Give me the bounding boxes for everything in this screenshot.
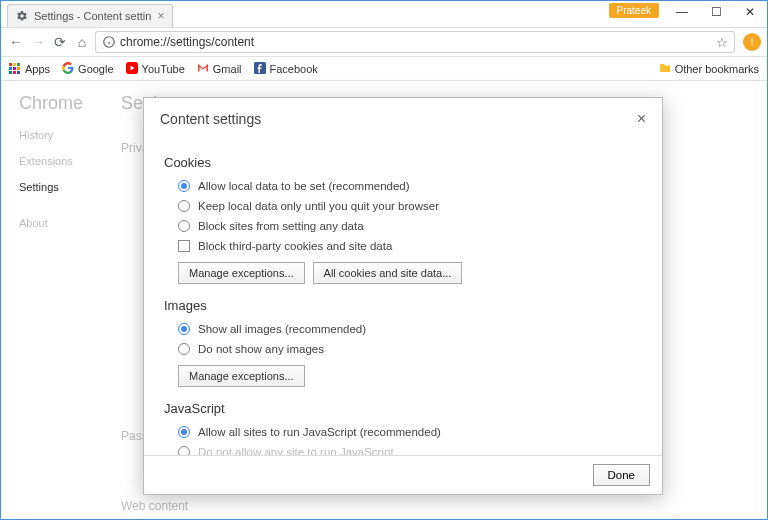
option-label: Do not show any images xyxy=(198,343,324,355)
bookmark-star-icon[interactable]: ☆ xyxy=(716,35,728,50)
dialog-body[interactable]: Cookies Allow local data to be set (reco… xyxy=(144,137,662,455)
option-label: Block sites from setting any data xyxy=(198,220,364,232)
images-section-title: Images xyxy=(164,298,642,313)
browser-tab[interactable]: Settings - Content settin × xyxy=(7,4,173,27)
radio-icon xyxy=(178,200,190,212)
bookmark-gmail[interactable]: Gmail xyxy=(197,62,242,76)
reload-button[interactable]: ⟳ xyxy=(51,33,69,51)
sidebar-item-about[interactable]: About xyxy=(19,217,73,229)
cookies-section-title: Cookies xyxy=(164,155,642,170)
images-block-option[interactable]: Do not show any images xyxy=(178,343,642,355)
maximize-button[interactable]: ☐ xyxy=(699,1,733,23)
folder-icon xyxy=(659,62,671,76)
apps-grid-icon xyxy=(9,63,21,75)
sidebar-item-history[interactable]: History xyxy=(19,129,73,141)
javascript-allow-option[interactable]: Allow all sites to run JavaScript (recom… xyxy=(178,426,642,438)
info-icon xyxy=(102,35,116,49)
radio-icon xyxy=(178,446,190,455)
option-label: Block third-party cookies and site data xyxy=(198,240,392,252)
chrome-heading: Chrome xyxy=(19,93,83,114)
images-show-all-option[interactable]: Show all images (recommended) xyxy=(178,323,642,335)
bookmark-label: Google xyxy=(78,63,113,75)
gear-icon xyxy=(16,10,28,22)
sidebar-item-settings[interactable]: Settings xyxy=(19,181,73,193)
radio-icon xyxy=(178,323,190,335)
all-cookies-button[interactable]: All cookies and site data... xyxy=(313,262,463,284)
radio-icon xyxy=(178,426,190,438)
option-label: Do not allow any site to run JavaScript xyxy=(198,446,394,455)
close-icon[interactable]: × xyxy=(157,9,164,23)
bookmark-label: Facebook xyxy=(270,63,318,75)
bookmark-label: Other bookmarks xyxy=(675,63,759,75)
cookies-block-third-party-checkbox[interactable]: Block third-party cookies and site data xyxy=(178,240,642,252)
apps-shortcut[interactable]: Apps xyxy=(9,63,50,75)
address-bar[interactable]: chrome://settings/content ☆ xyxy=(95,31,735,53)
apps-label: Apps xyxy=(25,63,50,75)
bookmark-label: Gmail xyxy=(213,63,242,75)
tab-title: Settings - Content settin xyxy=(34,10,151,22)
alert-badge-icon[interactable]: ! xyxy=(743,33,761,51)
browser-toolbar: ← → ⟳ ⌂ chrome://settings/content ☆ ! xyxy=(1,27,767,57)
sidebar-item-extensions[interactable]: Extensions xyxy=(19,155,73,167)
radio-icon xyxy=(178,220,190,232)
cookies-manage-exceptions-button[interactable]: Manage exceptions... xyxy=(178,262,305,284)
web-content-section-label: Web content xyxy=(121,499,188,513)
bookmark-youtube[interactable]: YouTube xyxy=(126,62,185,76)
window-titlebar: Settings - Content settin × Prateek — ☐ … xyxy=(1,1,767,27)
back-button[interactable]: ← xyxy=(7,33,25,51)
done-button[interactable]: Done xyxy=(593,464,651,486)
javascript-section-title: JavaScript xyxy=(164,401,642,416)
dialog-close-button[interactable]: × xyxy=(637,110,646,128)
radio-icon xyxy=(178,180,190,192)
cookies-keep-until-quit-option[interactable]: Keep local data only until you quit your… xyxy=(178,200,642,212)
google-icon xyxy=(62,62,74,76)
radio-icon xyxy=(178,343,190,355)
minimize-button[interactable]: — xyxy=(665,1,699,23)
option-label: Allow local data to be set (recommended) xyxy=(198,180,410,192)
forward-button[interactable]: → xyxy=(29,33,47,51)
close-window-button[interactable]: ✕ xyxy=(733,1,767,23)
javascript-block-option[interactable]: Do not allow any site to run JavaScript xyxy=(178,446,642,455)
cookies-block-all-option[interactable]: Block sites from setting any data xyxy=(178,220,642,232)
content-settings-dialog: Content settings × Cookies Allow local d… xyxy=(143,97,663,495)
bookmark-facebook[interactable]: Facebook xyxy=(254,62,318,76)
checkbox-icon xyxy=(178,240,190,252)
home-button[interactable]: ⌂ xyxy=(73,33,91,51)
dialog-title: Content settings xyxy=(160,111,261,127)
option-label: Show all images (recommended) xyxy=(198,323,366,335)
other-bookmarks[interactable]: Other bookmarks xyxy=(659,62,759,76)
bookmark-google[interactable]: Google xyxy=(62,62,113,76)
youtube-icon xyxy=(126,62,138,76)
option-label: Allow all sites to run JavaScript (recom… xyxy=(198,426,441,438)
cookies-allow-local-option[interactable]: Allow local data to be set (recommended) xyxy=(178,180,642,192)
option-label: Keep local data only until you quit your… xyxy=(198,200,439,212)
bookmark-label: YouTube xyxy=(142,63,185,75)
url-text: chrome://settings/content xyxy=(120,35,716,49)
bookmarks-bar: Apps Google YouTube Gmail Facebook Other… xyxy=(1,57,767,81)
gmail-icon xyxy=(197,62,209,76)
facebook-icon xyxy=(254,62,266,76)
profile-badge[interactable]: Prateek xyxy=(609,3,659,18)
images-manage-exceptions-button[interactable]: Manage exceptions... xyxy=(178,365,305,387)
